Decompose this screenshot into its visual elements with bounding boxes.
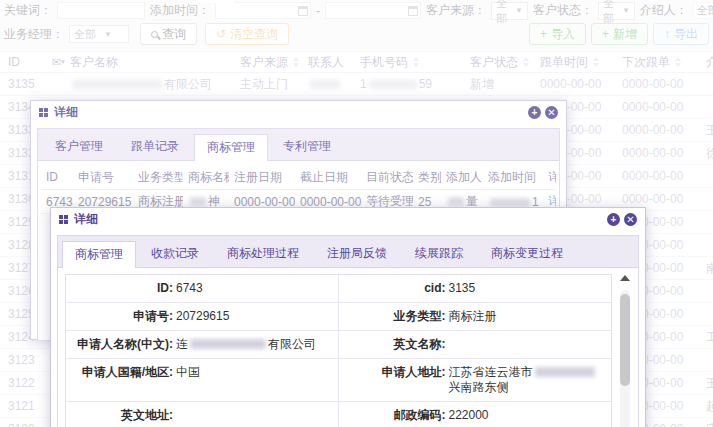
modal-close-button[interactable]: ✕ <box>624 213 637 226</box>
field-zip: 邮政编码: 222000 <box>339 402 612 427</box>
field-enaddr: 英文地址: <box>66 402 339 427</box>
detail-modal-2: 详细 + ✕ 商标管理 收款记录 商标处理过程 注册局反馈 续展跟踪 商标变更过… <box>50 207 646 427</box>
cnname-prefix: 连 <box>176 337 188 351</box>
field-addr-value: 江苏省连云港市兴南路东侧 <box>449 365 606 395</box>
field-cid-value: 3135 <box>449 281 476 296</box>
field-zip-value: 222000 <box>449 408 489 423</box>
addr-suffix: 兴南路东侧 <box>449 380 509 394</box>
modal-maximize-button[interactable]: + <box>607 213 620 226</box>
field-id-label: ID: <box>70 281 176 296</box>
modal2-buttons: + ✕ <box>607 213 637 226</box>
redacted-text <box>535 367 595 377</box>
field-addr: 申请人地址: 江苏省连云港市兴南路东侧 <box>339 359 612 401</box>
trademark-detail-form: ID: 6743 cid: 3135 申请号: 20729615 业务类型: <box>65 274 612 427</box>
field-cid-label: cid: <box>343 281 449 296</box>
form-row: 申请号: 20729615 业务类型: 商标注册 <box>66 303 611 331</box>
tab-registry-feedback[interactable]: 注册局反馈 <box>314 240 400 267</box>
field-id: ID: 6743 <box>66 275 339 302</box>
field-biztype-value: 商标注册 <box>449 309 497 324</box>
cnname-suffix: 有限公司 <box>268 337 316 351</box>
tab-renewal-follow[interactable]: 续展跟踪 <box>402 240 476 267</box>
field-cnname-label: 申请人名称(中文): <box>70 337 176 352</box>
modal2-tabs: 商标管理 收款记录 商标处理过程 注册局反馈 续展跟踪 商标变更过程 <box>57 235 639 268</box>
scrollbar-thumb[interactable] <box>620 294 630 386</box>
field-enname: 英文名称: <box>339 331 612 358</box>
field-zip-label: 邮政编码: <box>343 408 449 423</box>
tab-trademark-change[interactable]: 商标变更过程 <box>478 240 576 267</box>
field-enname-label: 英文名称: <box>343 337 449 352</box>
field-biztype-label: 业务类型: <box>343 309 449 324</box>
field-cnname-value: 连有限公司 <box>176 337 316 352</box>
form-row: 申请人名称(中文): 连有限公司 英文名称: <box>66 331 611 359</box>
modal2-body: 商标管理 收款记录 商标处理过程 注册局反馈 续展跟踪 商标变更过程 ID: 6… <box>51 231 645 427</box>
field-appno: 申请号: 20729615 <box>66 303 339 330</box>
scrollbar-track[interactable] <box>620 290 630 427</box>
scroll-up-arrow[interactable] <box>617 270 633 286</box>
modal2-header: 详细 + ✕ <box>51 208 645 231</box>
field-appno-value: 20729615 <box>176 309 229 324</box>
field-addr-label: 申请人地址: <box>343 365 449 395</box>
field-cnname: 申请人名称(中文): 连有限公司 <box>66 331 339 358</box>
form-row: 申请人国籍/地区: 中国 申请人地址: 江苏省连云港市兴南路东侧 <box>66 359 611 402</box>
tab-trademark-process[interactable]: 商标处理过程 <box>214 240 312 267</box>
modal2-panel: ID: 6743 cid: 3135 申请号: 20729615 业务类型: <box>57 268 639 427</box>
modal2-title: 详细 <box>74 211 98 228</box>
grid-icon <box>59 215 68 224</box>
field-nation-value: 中国 <box>176 365 200 395</box>
tab-trademark-manage[interactable]: 商标管理 <box>62 241 136 268</box>
field-enaddr-label: 英文地址: <box>70 408 176 423</box>
field-id-value: 6743 <box>176 281 203 296</box>
field-cid: cid: 3135 <box>339 275 612 302</box>
addr-prefix: 江苏省连云港市 <box>449 365 533 379</box>
field-biztype: 业务类型: 商标注册 <box>339 303 612 330</box>
field-nation-label: 申请人国籍/地区: <box>70 365 176 395</box>
form-row: ID: 6743 cid: 3135 <box>66 275 611 303</box>
field-appno-label: 申请号: <box>70 309 176 324</box>
form-row: 英文地址: 邮政编码: 222000 <box>66 402 611 427</box>
redacted-text <box>190 339 266 349</box>
tab-payment-record[interactable]: 收款记录 <box>138 240 212 267</box>
field-nation: 申请人国籍/地区: 中国 <box>66 359 339 401</box>
